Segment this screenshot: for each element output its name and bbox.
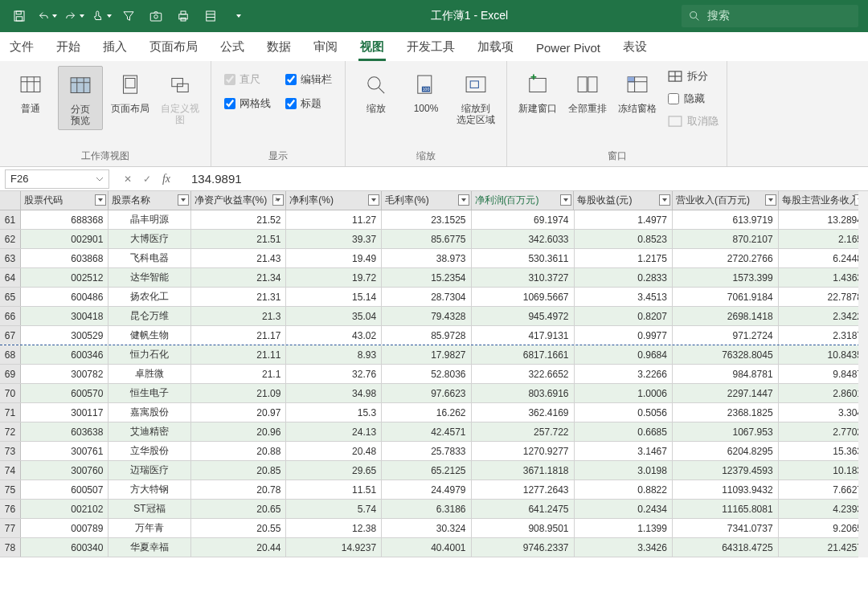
cell[interactable]: 16.262 [382,403,471,422]
qat-customize-icon[interactable] [225,5,251,27]
row-header[interactable]: 62 [0,230,21,248]
cell[interactable]: 1069.5667 [472,288,575,306]
cell[interactable]: 3.3426 [575,538,673,557]
cell[interactable]: 803.6916 [472,384,575,402]
cell[interactable]: 21.1 [191,365,287,383]
cell[interactable]: 25.7833 [382,442,471,460]
cell[interactable]: 21.11 [191,345,287,364]
filter-icon[interactable] [368,194,379,206]
cell[interactable]: 530.3611 [472,249,575,267]
row-header[interactable]: 77 [0,519,21,537]
form-icon[interactable] [198,5,223,27]
filter-icon[interactable] [272,194,284,206]
view-pagelayout-button[interactable]: 页面布局 [108,66,153,117]
cell[interactable]: 85.9728 [382,326,471,345]
cell[interactable]: 2.165 [779,230,868,248]
cell[interactable]: 10.183 [779,461,868,480]
cell[interactable]: 2.7702 [779,422,868,441]
cell[interactable]: 0.8822 [575,480,673,499]
cell[interactable]: 11.27 [286,210,382,229]
cell[interactable]: 0.5056 [575,403,673,422]
cell[interactable]: 38.973 [382,249,471,267]
row-header[interactable]: 66 [0,307,21,325]
cell[interactable]: 1.1399 [575,519,673,537]
cell[interactable]: 300418 [21,307,109,325]
cell[interactable]: 21.3 [191,307,287,325]
cell[interactable]: 迈瑞医疗 [108,461,190,480]
row-header[interactable]: 71 [0,403,21,422]
cell[interactable]: 85.6775 [382,230,471,248]
cell[interactable]: 20.44 [191,538,287,557]
cell[interactable]: 15.2354 [382,268,471,287]
cell[interactable]: 69.1974 [472,210,575,229]
cell[interactable]: 11165.8081 [673,500,779,518]
cell[interactable]: 1573.399 [673,268,779,287]
tab-10[interactable]: Power Pivot [534,36,602,61]
cell[interactable]: 0.9977 [575,326,673,345]
cell[interactable]: 6817.1661 [472,345,575,364]
zoom-100-button[interactable]: 100100% [403,66,448,117]
col-header-4[interactable]: 毛利率(%) [382,191,471,210]
cell[interactable]: 300761 [21,442,109,460]
cell[interactable]: 21.34 [191,268,287,287]
cell[interactable]: 20.88 [191,442,287,460]
tab-5[interactable]: 数据 [265,35,293,61]
cell[interactable]: 971.2724 [673,326,779,345]
cell[interactable]: 飞科电器 [108,249,190,267]
cell[interactable]: 9.2065 [779,519,868,537]
cell[interactable]: 立华股份 [108,442,190,460]
cell[interactable]: 35.04 [286,307,382,325]
cell[interactable]: 艾迪精密 [108,422,190,441]
row-header[interactable]: 65 [0,288,21,306]
name-box[interactable]: F26 [5,169,109,189]
cell[interactable]: 17.9827 [382,345,471,364]
cell[interactable]: 0.2833 [575,268,673,287]
tab-1[interactable]: 开始 [55,35,82,61]
tab-7[interactable]: 视图 [358,35,386,61]
cell[interactable]: 2720.2766 [673,249,779,267]
cell[interactable]: 43.02 [286,326,382,345]
cell[interactable]: 2297.1447 [673,384,779,402]
camera-icon[interactable] [143,5,169,27]
filter-icon[interactable] [659,194,670,206]
tab-6[interactable]: 审阅 [312,35,339,61]
cell[interactable]: 30.324 [382,519,471,537]
col-header-7[interactable]: 营业收入(百万元) [673,191,779,210]
cell[interactable]: 257.722 [472,422,575,441]
cell[interactable]: 65.2125 [382,461,471,480]
cell[interactable]: 688368 [21,210,109,229]
cell[interactable]: 7341.0737 [673,519,779,537]
filter-icon[interactable] [765,194,776,206]
cell[interactable]: 870.2107 [673,230,779,248]
cell[interactable]: 7061.9184 [673,288,779,306]
cell[interactable]: 20.78 [191,480,287,499]
cell[interactable]: 2.8601 [779,384,868,402]
select-all-corner[interactable] [0,191,21,210]
chk-gridlines[interactable]: 网格线 [224,96,271,111]
filter-icon[interactable] [178,194,189,206]
cell[interactable]: 19.72 [286,268,382,287]
cancel-icon[interactable]: ✕ [121,173,135,185]
cell[interactable]: 20.96 [191,422,287,441]
cell[interactable]: 42.4571 [382,422,471,441]
cell[interactable]: 0.8207 [575,307,673,325]
cell[interactable]: 3.0198 [575,461,673,480]
row-header[interactable]: 63 [0,249,21,267]
cell[interactable]: 健帆生物 [108,326,190,345]
row-header[interactable]: 61 [0,210,21,229]
tab-3[interactable]: 页面布局 [148,35,199,61]
cell[interactable]: 11093.9432 [673,480,779,499]
cell[interactable]: 恒生电子 [108,384,190,402]
col-header-6[interactable]: 每股收益(元) [574,191,672,210]
search-input[interactable]: 搜索 [682,5,858,27]
cell[interactable]: 1277.2643 [472,480,575,499]
cell[interactable]: 嘉寓股份 [108,403,190,422]
chk-formulabar[interactable]: 编辑栏 [285,72,332,87]
row-header[interactable]: 72 [0,422,21,441]
cell[interactable]: 扬农化工 [108,288,190,306]
cell[interactable]: 13.2894 [779,210,868,229]
cell[interactable]: 0.6685 [575,422,673,441]
cell[interactable]: 3671.1818 [472,461,575,480]
cell[interactable]: 342.6033 [472,230,575,248]
cell[interactable]: 华夏幸福 [108,538,190,557]
